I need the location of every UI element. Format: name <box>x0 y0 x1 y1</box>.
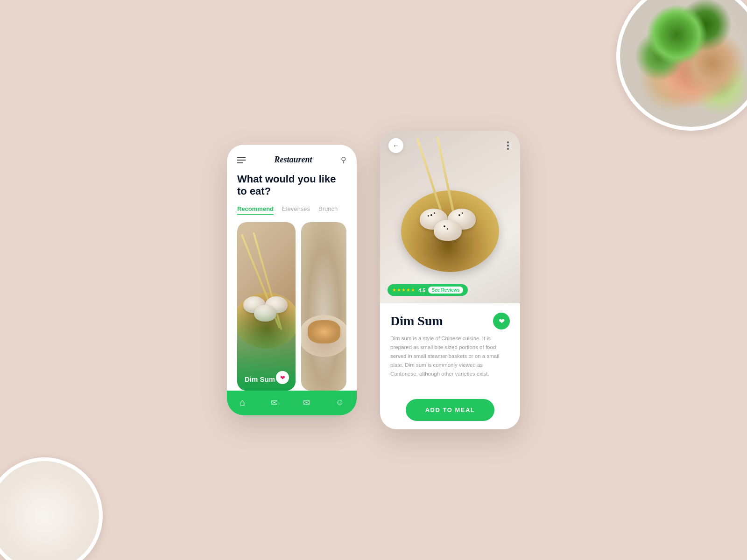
see-reviews-btn[interactable]: See Reviews <box>428 287 463 294</box>
tab-elevenses[interactable]: Elevenses <box>282 205 310 215</box>
stars-display: ★★★★★ <box>392 287 416 293</box>
main-question: What would you like to eat? <box>237 173 346 198</box>
nav-notifications-icon[interactable]: ✉ <box>303 398 310 408</box>
detail-header-nav: ← <box>380 138 520 153</box>
food-name: Dim Sum <box>390 314 443 329</box>
food-card-second[interactable] <box>301 222 346 391</box>
card-label-dim-sum: Dim Sum <box>245 375 275 383</box>
food-card-dim-sum[interactable]: Dim Sum ❤ <box>237 222 296 391</box>
nav-profile-icon[interactable]: ☺ <box>335 398 344 407</box>
search-icon[interactable]: ⚲ <box>341 155 346 164</box>
app-title: Restaurent <box>274 155 312 165</box>
food-description: Dim sum is a style of Chinese cuisine. I… <box>390 334 510 390</box>
bottom-nav: ⌂ ✉ ✉ ☺ <box>227 391 357 415</box>
rating-value: 4.5 <box>418 287 425 293</box>
phone-browse: Restaurent ⚲ What would you like to eat?… <box>227 145 357 415</box>
more-options-button[interactable] <box>504 138 512 153</box>
add-to-meal-button[interactable]: ADD TO MEAL <box>406 399 494 421</box>
tab-brunch[interactable]: Brunch <box>318 205 338 215</box>
detail-title-row: Dim Sum ❤ <box>390 313 510 329</box>
nav-orders-icon[interactable]: ✉ <box>271 398 278 408</box>
nav-home-icon[interactable]: ⌂ <box>240 397 245 408</box>
category-tabs: Recommend Elevenses Brunch <box>237 205 346 215</box>
detail-image-area: ← ★★★★★ 4.5 See Reviews <box>380 131 520 303</box>
food-cards: Dim Sum ❤ <box>237 222 346 391</box>
back-button[interactable]: ← <box>388 138 403 153</box>
rating-badge: ★★★★★ 4.5 See Reviews <box>388 284 468 296</box>
browse-main: What would you like to eat? Recommend El… <box>227 169 357 391</box>
detail-content: Dim Sum ❤ Dim sum is a style of Chinese … <box>380 303 520 429</box>
phones-wrapper: Restaurent ⚲ What would you like to eat?… <box>227 131 520 429</box>
phone-detail: ← ★★★★★ 4.5 See Reviews Dim Sum ❤ Dim su… <box>380 131 520 429</box>
favorite-button[interactable]: ❤ <box>493 313 510 329</box>
hamburger-icon[interactable] <box>237 157 246 163</box>
browse-header: Restaurent ⚲ <box>227 145 357 169</box>
tab-recommend[interactable]: Recommend <box>237 205 274 215</box>
